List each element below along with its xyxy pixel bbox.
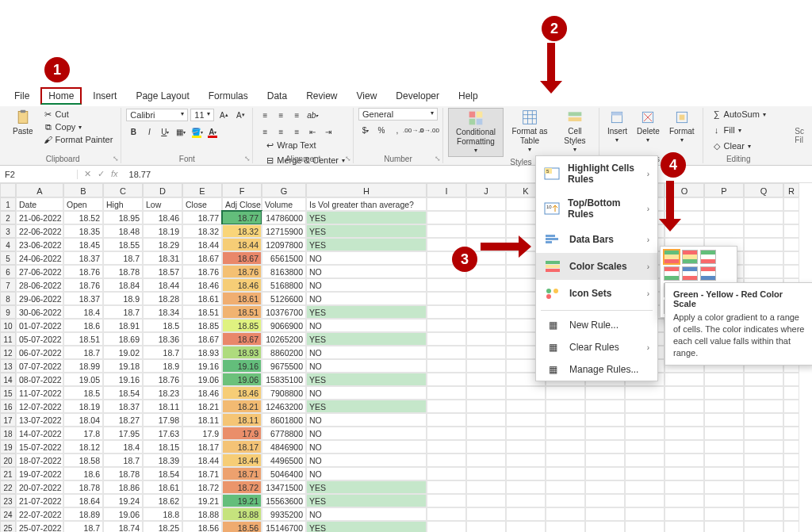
cell[interactable]: 19.21 xyxy=(182,494,222,507)
cell[interactable] xyxy=(783,494,799,507)
decrease-font-button[interactable]: A▾ xyxy=(233,108,247,122)
number-format-select[interactable]: General ▾ xyxy=(358,108,438,121)
cell[interactable]: 18.44 xyxy=(222,238,262,251)
cell[interactable] xyxy=(466,494,506,507)
cell[interactable]: 17.8 xyxy=(63,427,103,440)
cell[interactable]: Date xyxy=(16,197,63,211)
row-header[interactable]: 4 xyxy=(0,238,16,251)
cell[interactable]: 18.37 xyxy=(63,292,103,305)
cell[interactable]: 18.23 xyxy=(143,386,182,400)
row-header[interactable]: 1 xyxy=(0,197,16,211)
cell[interactable]: 18-07-2022 xyxy=(16,454,63,467)
cell[interactable]: 18.15 xyxy=(143,440,182,454)
cell[interactable] xyxy=(585,427,625,440)
cell[interactable] xyxy=(783,400,799,413)
cell[interactable] xyxy=(427,467,466,480)
cell[interactable] xyxy=(506,386,546,400)
cell[interactable]: 15835100 xyxy=(262,373,306,386)
cell[interactable] xyxy=(783,480,799,494)
cell[interactable]: 4496500 xyxy=(262,454,306,467)
cell[interactable]: 18.85 xyxy=(182,319,222,332)
fill-button[interactable]: ↓Fill▾ xyxy=(708,124,745,136)
fb-cancel-icon[interactable]: ✕ xyxy=(84,169,91,179)
cell[interactable]: 9675500 xyxy=(262,359,306,373)
cell[interactable]: 18.88 xyxy=(182,507,222,521)
cell[interactable]: 18.76 xyxy=(222,265,262,278)
cell[interactable] xyxy=(744,197,783,211)
align-left-button[interactable]: ≡ xyxy=(258,124,272,139)
cell[interactable] xyxy=(427,292,466,305)
row-header[interactable]: 18 xyxy=(0,427,16,440)
cell[interactable]: 18.61 xyxy=(182,292,222,305)
cell[interactable]: 14786000 xyxy=(262,211,306,224)
cell[interactable] xyxy=(427,400,466,413)
cell[interactable]: 21-06-2022 xyxy=(16,211,63,224)
cell[interactable] xyxy=(427,427,466,440)
cell[interactable]: YES xyxy=(306,332,427,346)
cell[interactable]: 18.4 xyxy=(63,305,103,319)
wrap-text-button[interactable]: ↩Wrap Text xyxy=(261,139,348,151)
cell[interactable] xyxy=(466,400,506,413)
cell[interactable] xyxy=(704,454,744,467)
cell[interactable]: 18.86 xyxy=(103,480,143,494)
cell[interactable]: 18.62 xyxy=(143,494,182,507)
cell[interactable] xyxy=(625,386,665,400)
cell[interactable] xyxy=(466,427,506,440)
cell[interactable] xyxy=(466,386,506,400)
cell[interactable]: 18.78 xyxy=(63,480,103,494)
cell[interactable] xyxy=(704,480,744,494)
cell[interactable]: 01-07-2022 xyxy=(16,319,63,332)
cell[interactable]: 18.99 xyxy=(63,359,103,373)
cell[interactable]: 15146700 xyxy=(262,521,306,532)
cell[interactable] xyxy=(466,197,506,211)
cell[interactable] xyxy=(466,413,506,427)
cell[interactable]: 18.72 xyxy=(222,480,262,494)
cell[interactable]: 18.5 xyxy=(63,386,103,400)
increase-indent-button[interactable]: ⇥ xyxy=(321,124,335,139)
cell[interactable]: 19.24 xyxy=(103,494,143,507)
cell[interactable]: Low xyxy=(143,197,182,211)
cell[interactable] xyxy=(783,507,799,521)
cell[interactable] xyxy=(665,467,704,480)
cell[interactable] xyxy=(506,454,546,467)
cell[interactable]: 18.32 xyxy=(222,224,262,238)
cell[interactable]: Volume xyxy=(262,197,306,211)
tab-view[interactable]: View xyxy=(349,87,385,105)
cell[interactable] xyxy=(704,211,744,224)
cell[interactable]: 18.25 xyxy=(143,521,182,532)
cell[interactable]: 18.7 xyxy=(63,521,103,532)
row-header[interactable]: 19 xyxy=(0,440,16,454)
cell[interactable]: 18.31 xyxy=(143,251,182,265)
cell[interactable] xyxy=(665,413,704,427)
cell[interactable]: 18.52 xyxy=(63,211,103,224)
cell[interactable]: 19-07-2022 xyxy=(16,467,63,480)
cell-styles-button[interactable]: Cell Styles▾ xyxy=(556,108,594,155)
cell[interactable]: 18.19 xyxy=(143,224,182,238)
cell[interactable] xyxy=(427,413,466,427)
cell[interactable]: 18.17 xyxy=(182,440,222,454)
cell[interactable]: 18.67 xyxy=(222,332,262,346)
cell[interactable]: 18.19 xyxy=(63,400,103,413)
cell[interactable]: 18.76 xyxy=(63,265,103,278)
cell[interactable] xyxy=(744,467,783,480)
cell[interactable] xyxy=(665,454,704,467)
cell[interactable]: NO xyxy=(306,440,427,454)
cell[interactable] xyxy=(506,521,546,532)
cell[interactable]: 07-07-2022 xyxy=(16,359,63,373)
row-header[interactable]: 8 xyxy=(0,292,16,305)
cell[interactable] xyxy=(744,413,783,427)
cell[interactable]: 18.46 xyxy=(222,386,262,400)
cell[interactable]: YES xyxy=(306,224,427,238)
cell[interactable]: NO xyxy=(306,427,427,440)
cell[interactable]: 18.28 xyxy=(143,292,182,305)
cell[interactable]: 27-06-2022 xyxy=(16,265,63,278)
cell[interactable]: 5046400 xyxy=(262,467,306,480)
cell[interactable]: 18.67 xyxy=(182,332,222,346)
name-box[interactable]: F2 xyxy=(0,170,78,179)
row-header[interactable]: 25 xyxy=(0,521,16,532)
cell[interactable] xyxy=(783,413,799,427)
cell[interactable] xyxy=(783,440,799,454)
cell[interactable]: 18.45 xyxy=(63,238,103,251)
cell[interactable]: 18.67 xyxy=(182,251,222,265)
cell[interactable] xyxy=(744,386,783,400)
